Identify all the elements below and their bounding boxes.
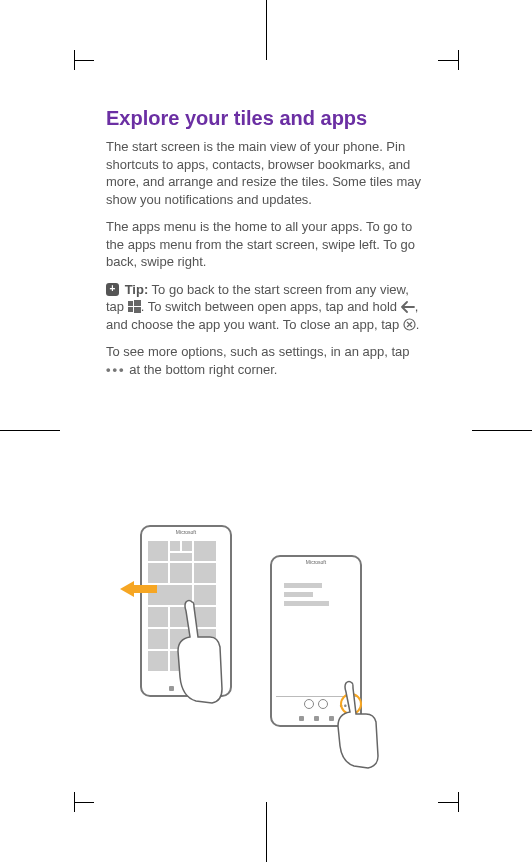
svg-rect-1 (134, 300, 141, 306)
phone-brand-2: Microsoft (272, 557, 360, 567)
close-circle-icon (403, 318, 416, 331)
windows-icon (128, 300, 141, 313)
tip-icon (106, 283, 119, 296)
tip-paragraph: Tip: To go back to the start screen from… (106, 281, 426, 334)
back-arrow-icon (401, 301, 415, 313)
svg-rect-3 (134, 307, 141, 313)
svg-rect-2 (128, 307, 133, 312)
paragraph-apps-menu: The apps menu is the home to all your ap… (106, 218, 426, 271)
more-dots-icon: ••• (106, 361, 126, 379)
hand-icon-1 (172, 597, 232, 711)
more-text-2: at the bottom right corner. (126, 362, 278, 377)
svg-rect-0 (128, 301, 133, 306)
illustration: Microsoft Microsoft (140, 525, 400, 765)
phone-start-screen: Microsoft (140, 525, 232, 697)
more-text-1: To see more options, such as settings, i… (106, 344, 410, 359)
tip-text-4: . (416, 317, 420, 332)
paragraph-start-screen: The start screen is the main view of you… (106, 138, 426, 208)
paragraph-more-options: To see more options, such as settings, i… (106, 343, 426, 378)
page-content: Explore your tiles and apps The start sc… (106, 106, 426, 389)
tip-text-2: . To switch between open apps, tap and h… (141, 299, 401, 314)
swipe-left-arrow-icon (120, 581, 134, 597)
tip-label: Tip: (125, 282, 149, 297)
phone-brand-1: Microsoft (142, 527, 230, 537)
hand-icon-2 (332, 680, 387, 774)
page-title: Explore your tiles and apps (106, 106, 426, 130)
